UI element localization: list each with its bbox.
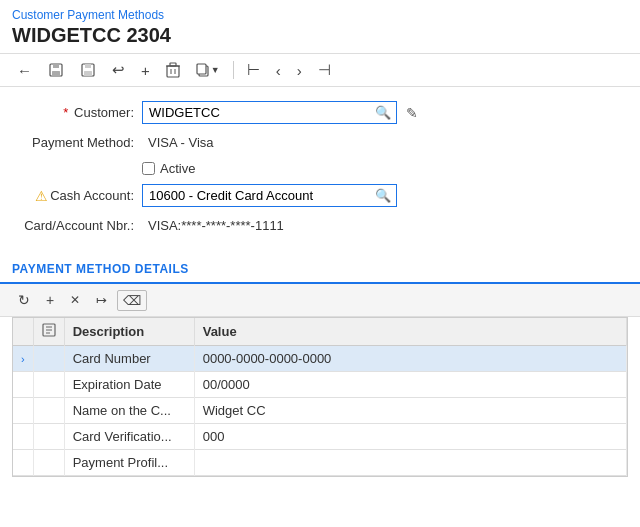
first-record-button[interactable]: ⊢ (242, 58, 265, 82)
row-value (194, 450, 626, 476)
row-description: Name on the C... (64, 398, 194, 424)
table-row[interactable]: Card Verificatio...000 (13, 424, 627, 450)
cash-account-label-wrapper: ⚠ Cash Account: (12, 188, 142, 204)
toolbar-separator (233, 61, 234, 79)
undo-button[interactable]: ↩ (107, 58, 130, 82)
active-label: Active (160, 161, 195, 176)
table-row[interactable]: Expiration Date00/0000 (13, 372, 627, 398)
last-record-button[interactable]: ⊣ (313, 58, 336, 82)
active-row: Active (142, 161, 628, 176)
row-value: 0000-0000-0000-0000 (194, 346, 626, 372)
row-arrow (13, 372, 33, 398)
row-icon (33, 450, 64, 476)
customer-edit-button[interactable]: ✎ (401, 103, 423, 123)
sub-toolbar: ↻ + ✕ ↦ ⌫ (0, 284, 640, 317)
page-title: WIDGETCC 2304 (0, 24, 640, 53)
table-header: Description Value (13, 318, 627, 346)
required-indicator: * (63, 105, 68, 120)
svg-rect-2 (52, 71, 60, 76)
cash-account-search-box: 🔍 (142, 184, 397, 207)
col-value-header: Value (194, 318, 626, 346)
refresh-button[interactable]: ↻ (12, 289, 36, 311)
sub-export-button[interactable]: ⌫ (117, 290, 147, 311)
cash-account-search-button[interactable]: 🔍 (370, 186, 396, 205)
cash-account-row: ⚠ Cash Account: 🔍 (12, 184, 628, 207)
breadcrumb[interactable]: Customer Payment Methods (0, 0, 640, 24)
card-account-row: Card/Account Nbr.: VISA:****-****-****-1… (12, 215, 628, 236)
svg-rect-6 (167, 66, 179, 77)
row-arrow (13, 450, 33, 476)
col-description-header: Description (64, 318, 194, 346)
svg-rect-4 (85, 64, 91, 68)
save-alt-button[interactable] (75, 59, 101, 81)
row-icon (33, 398, 64, 424)
payment-method-label: Payment Method: (12, 135, 142, 150)
row-value: Widget CC (194, 398, 626, 424)
warning-icon: ⚠ (35, 188, 48, 204)
toolbar: ← ↩ + ▼ ⊢ ‹ › ⊣ (0, 53, 640, 87)
save-button[interactable] (43, 59, 69, 81)
sub-columns-button[interactable]: ↦ (90, 290, 113, 311)
col-icon-header (33, 318, 64, 346)
payment-method-value: VISA - Visa (142, 132, 220, 153)
row-arrow (13, 424, 33, 450)
table-row[interactable]: ›Card Number0000-0000-0000-0000 (13, 346, 627, 372)
prev-record-button[interactable]: ‹ (271, 59, 286, 82)
customer-row: * Customer: 🔍 ✎ (12, 101, 628, 124)
row-description: Expiration Date (64, 372, 194, 398)
payment-method-row: Payment Method: VISA - Visa (12, 132, 628, 153)
table-body: ›Card Number0000-0000-0000-0000Expiratio… (13, 346, 627, 476)
row-arrow (13, 398, 33, 424)
detail-table: Description Value ›Card Number0000-0000-… (13, 318, 627, 476)
card-account-nbr-label: Card/Account Nbr.: (12, 218, 142, 233)
row-description: Payment Profil... (64, 450, 194, 476)
customer-search-box: 🔍 (142, 101, 397, 124)
row-description: Card Verificatio... (64, 424, 194, 450)
sub-delete-button[interactable]: ✕ (64, 290, 86, 310)
row-arrow: › (13, 346, 33, 372)
table-row[interactable]: Payment Profil... (13, 450, 627, 476)
row-icon (33, 424, 64, 450)
back-button[interactable]: ← (12, 59, 37, 82)
row-icon (33, 346, 64, 372)
cash-account-input[interactable] (143, 185, 370, 206)
row-value: 000 (194, 424, 626, 450)
active-checkbox[interactable] (142, 162, 155, 175)
row-icon (33, 372, 64, 398)
section-title: PAYMENT METHOD DETAILS (0, 252, 640, 284)
table-row[interactable]: Name on the C...Widget CC (13, 398, 627, 424)
svg-rect-12 (197, 64, 206, 74)
detail-table-wrapper: Description Value ›Card Number0000-0000-… (12, 317, 628, 477)
customer-label: * Customer: (12, 105, 142, 120)
card-account-nbr-value: VISA:****-****-****-1111 (142, 215, 290, 236)
row-description: Card Number (64, 346, 194, 372)
add-button[interactable]: + (136, 59, 155, 82)
customer-search-button[interactable]: 🔍 (370, 103, 396, 122)
col-arrow-header (13, 318, 33, 346)
customer-input[interactable] (143, 102, 370, 123)
copy-dropdown-button[interactable]: ▼ (191, 60, 225, 80)
next-record-button[interactable]: › (292, 59, 307, 82)
cash-account-label: Cash Account: (50, 188, 134, 203)
svg-rect-1 (53, 64, 59, 68)
row-value: 00/0000 (194, 372, 626, 398)
delete-button[interactable] (161, 59, 185, 81)
form-area: * Customer: 🔍 ✎ Payment Method: VISA - V… (0, 87, 640, 252)
svg-rect-5 (84, 71, 92, 76)
sub-add-button[interactable]: + (40, 289, 60, 311)
